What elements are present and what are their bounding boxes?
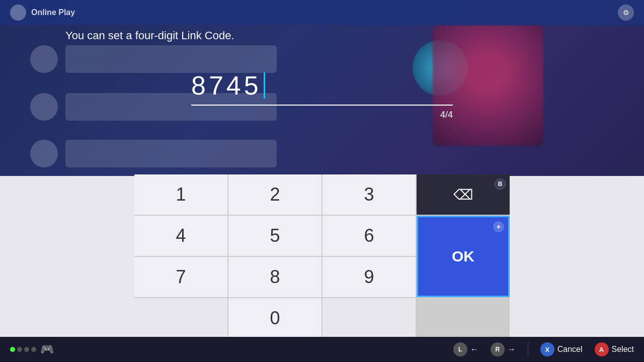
ok-label: OK [452, 248, 474, 265]
header-title: Online Play [31, 8, 75, 17]
bg-menu-item-1 [65, 45, 277, 73]
plus-button-badge: + [493, 221, 504, 232]
bg-circle-3 [30, 140, 58, 167]
cancel-action[interactable]: X Cancel [540, 342, 583, 356]
b-button-badge: B [495, 178, 506, 190]
key-2[interactable]: 2 [228, 174, 321, 215]
key-6[interactable]: 6 [323, 216, 416, 256]
dot-player2 [17, 347, 22, 352]
l-button: L [453, 342, 467, 356]
link-code-input-area: 8745 4/4 [191, 70, 453, 120]
header-home-icon [10, 5, 26, 21]
select-action[interactable]: A Select [595, 342, 634, 356]
header-settings-icon[interactable]: ⚙ [618, 5, 634, 21]
a-button: A [595, 342, 609, 356]
r-arrow-icon: → [508, 345, 516, 354]
key-backspace[interactable]: ⌫ B [417, 174, 510, 215]
r-forward-action: R → [491, 342, 516, 356]
controller-icon: 🎮 [40, 343, 54, 356]
text-cursor [264, 72, 265, 99]
top-header: Online Play ⚙ [0, 0, 644, 25]
key-0[interactable]: 0 [228, 298, 321, 338]
l-arrow-icon: ← [470, 345, 478, 354]
dot-player1 [10, 347, 15, 352]
key-1[interactable]: 1 [134, 174, 227, 215]
bg-circle-1 [30, 45, 58, 73]
bottom-bar: 🎮 L ← R → X Cancel A Select [0, 337, 644, 362]
select-label: Select [612, 345, 634, 354]
char-count: 4/4 [191, 110, 453, 120]
key-9[interactable]: 9 [323, 257, 416, 297]
link-code-value: 8745 [191, 70, 453, 101]
separator-1 [528, 342, 528, 357]
l-back-action: L ← [453, 342, 478, 356]
x-button: X [540, 342, 554, 356]
key-7[interactable]: 7 [134, 257, 227, 297]
key-4[interactable]: 4 [134, 216, 227, 256]
key-5[interactable]: 5 [228, 216, 321, 256]
cancel-label: Cancel [557, 345, 583, 354]
numpad-grid: 1 2 3 ⌫ B 4 5 6 + OK 7 8 9 0 [134, 174, 510, 338]
player-indicator-dots [10, 347, 36, 352]
key-empty-left [134, 298, 227, 338]
bottom-left-controls: 🎮 [10, 343, 54, 356]
bg-menu-item-3 [65, 140, 277, 167]
key-3[interactable]: 3 [323, 174, 416, 215]
instruction-text: You can set a four-digit Link Code. [65, 29, 234, 42]
dot-player4 [31, 347, 36, 352]
link-code-digits: 8745 [191, 70, 262, 101]
input-underline [191, 105, 453, 106]
dot-player3 [24, 347, 29, 352]
backspace-icon: ⌫ [453, 187, 473, 203]
key-8[interactable]: 8 [228, 257, 321, 297]
key-ok[interactable]: + OK [417, 216, 510, 297]
r-button: R [491, 342, 505, 356]
header-left: Online Play [10, 5, 75, 21]
numpad-area: 1 2 3 ⌫ B 4 5 6 + OK 7 8 9 0 [0, 176, 644, 337]
bg-circle-2 [30, 93, 58, 121]
key-empty-right [323, 298, 416, 338]
